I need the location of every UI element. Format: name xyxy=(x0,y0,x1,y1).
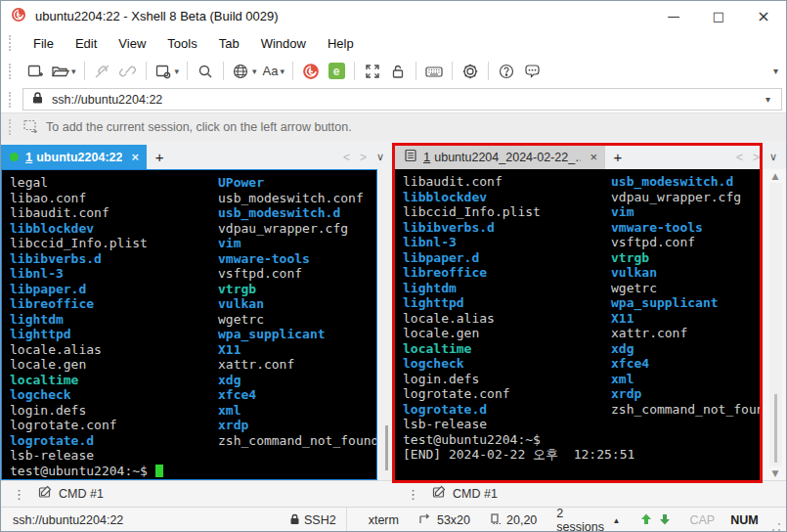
feedback-button[interactable] xyxy=(520,60,544,83)
prev-tab-icon[interactable]: < xyxy=(338,151,355,164)
terminal-cursor xyxy=(155,465,163,477)
drag-handle-icon[interactable]: ⋮ xyxy=(407,487,419,502)
new-tab-button[interactable]: + xyxy=(605,145,631,169)
window-title: ubuntu2204:22 - Xshell 8 Beta (Build 002… xyxy=(35,9,651,23)
compose-pane-icon xyxy=(37,485,59,503)
open-sessions-caret-icon[interactable]: ▾ xyxy=(71,66,76,76)
toolbar-overflow-caret-icon[interactable]: ▾ xyxy=(773,66,778,76)
drag-handle-icon[interactable]: ⋮ xyxy=(13,487,25,502)
scrollbar-thumb[interactable] xyxy=(385,425,388,470)
toolbar-grip[interactable] xyxy=(9,64,13,79)
terminal-line: logcheckxfce4 xyxy=(10,387,376,403)
terminal-line: libblockdevvdpau_wrapper.cfg xyxy=(10,221,376,237)
new-tab-button[interactable]: + xyxy=(147,145,172,169)
font-button[interactable]: Aa ▾ xyxy=(261,60,286,83)
title-bar: ubuntu2204:22 - Xshell 8 Beta (Build 002… xyxy=(1,1,786,30)
status-terminal-type[interactable]: xterm xyxy=(359,513,409,527)
tab-list-dropdown-icon[interactable]: ∨ xyxy=(765,151,782,163)
session-properties-button[interactable]: ▾ xyxy=(153,60,182,83)
cmd-label[interactable]: CMD #1 xyxy=(59,487,104,501)
menu-grip[interactable] xyxy=(9,35,13,51)
search-icon xyxy=(197,63,214,80)
find-button[interactable] xyxy=(194,60,217,83)
address-field[interactable]: ssh://ubuntu2204:22 ▾ xyxy=(22,88,782,111)
toolbar-separator xyxy=(354,62,355,80)
scroll-up-icon[interactable]: ▲ xyxy=(772,171,779,181)
xftp-launch-button[interactable]: e xyxy=(325,60,348,83)
font-caret-icon[interactable]: ▾ xyxy=(281,66,285,76)
right-pane: 1 ubuntu2204_2024-02-22_… × + < > ∨ liba… xyxy=(395,141,787,507)
toolbar-separator xyxy=(452,62,453,80)
menu-item-tools[interactable]: Tools xyxy=(156,33,207,54)
compose-bar-button[interactable] xyxy=(422,60,446,83)
right-tab-bar: 1 ubuntu2204_2024-02-22_… × + < > ∨ xyxy=(395,141,787,169)
encoding-button[interactable]: ▾ xyxy=(230,60,259,83)
next-tab-icon[interactable]: > xyxy=(355,151,372,164)
close-button[interactable]: × xyxy=(741,1,786,30)
tab-close-icon[interactable]: × xyxy=(131,150,139,164)
tab-ubuntu2204[interactable]: 1 ubuntu2204:22 × xyxy=(1,145,147,169)
xshell-launch-button[interactable] xyxy=(299,60,323,83)
open-sessions-button[interactable]: ▾ xyxy=(49,60,78,83)
broken-link-icon xyxy=(93,63,111,80)
xshell-window: { "window": { "title": "ubuntu2204:22 - … xyxy=(0,0,787,532)
status-sessions-button[interactable]: 2 sessions ▲ xyxy=(547,507,630,532)
download-arrow-icon[interactable] xyxy=(658,512,672,529)
menu-item-view[interactable]: View xyxy=(108,33,156,54)
menu-item-edit[interactable]: Edit xyxy=(65,33,108,54)
tab-close-icon[interactable]: × xyxy=(590,150,597,164)
address-grip[interactable] xyxy=(9,92,13,108)
address-url[interactable]: ssh://ubuntu2204:22 xyxy=(52,93,763,107)
status-url: ssh://ubuntu2204:22 xyxy=(13,513,289,527)
help-button[interactable] xyxy=(495,60,518,83)
prev-tab-icon[interactable]: < xyxy=(731,151,748,164)
fullscreen-button[interactable] xyxy=(361,60,384,83)
tab-log-session[interactable]: 1 ubuntu2204_2024-02-22_… × xyxy=(395,145,605,169)
minimize-button[interactable]: — xyxy=(651,1,696,30)
terminal-line: locale.genxattr.conf xyxy=(10,357,376,373)
info-grip[interactable] xyxy=(9,119,13,135)
next-tab-icon[interactable]: > xyxy=(748,151,765,164)
toolbar-separator xyxy=(146,62,147,80)
left-terminal-scrollbar[interactable] xyxy=(377,169,395,480)
scrollbar-thumb[interactable] xyxy=(774,394,777,463)
resize-grip[interactable] xyxy=(768,519,780,532)
menu-item-tab[interactable]: Tab xyxy=(208,33,250,54)
tab-list-dropdown-icon[interactable]: ∨ xyxy=(372,151,389,163)
terminal-line: test@ubuntu2204:~$ xyxy=(403,432,763,448)
cmd-label[interactable]: CMD #1 xyxy=(453,487,498,501)
options-button[interactable] xyxy=(459,60,482,83)
menu-item-help[interactable]: Help xyxy=(317,33,365,54)
compose-pane-icon xyxy=(431,485,453,503)
upload-arrow-icon[interactable] xyxy=(639,512,653,529)
right-terminal-scrollbar[interactable]: ▲ ▼ xyxy=(763,169,787,480)
feedback-bubble-icon xyxy=(523,63,542,80)
disconnect-button[interactable] xyxy=(91,60,114,83)
terminal-line: libaudit.confusb_modeswitch.d xyxy=(403,174,763,190)
address-dropdown-caret-icon[interactable]: ▾ xyxy=(763,94,773,105)
reconnect-button[interactable] xyxy=(116,60,140,83)
lock-screen-button[interactable] xyxy=(386,60,410,83)
terminal-line: libccid_Info.plistvim xyxy=(403,204,763,220)
session-properties-caret-icon[interactable]: ▾ xyxy=(175,66,180,76)
keyboard-icon xyxy=(424,63,444,80)
menu-item-file[interactable]: File xyxy=(22,33,65,54)
new-session-icon xyxy=(26,63,44,80)
scroll-down-icon[interactable]: ▼ xyxy=(772,468,779,478)
scrollbar-track[interactable] xyxy=(769,183,782,466)
maximize-button[interactable]: □ xyxy=(696,1,741,30)
left-pane: 1 ubuntu2204:22 × + < > ∨ legalUPowerlib… xyxy=(1,141,395,507)
xshell-app-icon xyxy=(11,7,26,25)
new-session-button[interactable] xyxy=(23,60,47,83)
toolbar-separator xyxy=(415,62,416,80)
sessions-count: 2 sessions xyxy=(556,507,605,532)
terminal-line: [END] 2024-02-22 오후 12:25:51 xyxy=(403,447,763,463)
encoding-caret-icon[interactable]: ▾ xyxy=(252,66,257,76)
right-tab-nav: < > ∨ xyxy=(731,145,787,169)
left-terminal-output[interactable]: legalUPowerlibao.confusb_modeswitch.conf… xyxy=(1,169,377,480)
menu-bar-items: FileEditViewToolsTabWindowHelp xyxy=(22,36,365,51)
toolbar-separator xyxy=(84,62,85,80)
menu-item-window[interactable]: Window xyxy=(250,33,317,54)
right-terminal-output[interactable]: libaudit.confusb_modeswitch.dlibblockdev… xyxy=(395,169,763,480)
gear-icon xyxy=(461,63,479,80)
